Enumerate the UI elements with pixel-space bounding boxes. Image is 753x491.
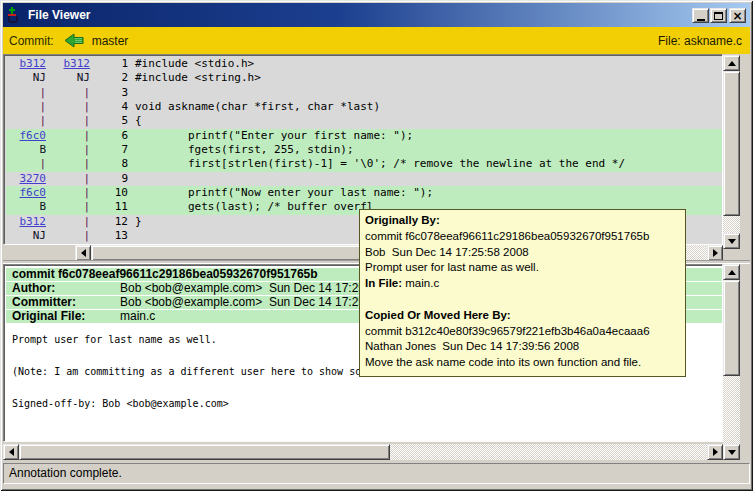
maximize-icon (714, 12, 723, 20)
blame-row[interactable]: NJNJ2#include <string.h> (6, 71, 722, 85)
tooltip-line: Move the ask name code into its own func… (365, 355, 685, 371)
code-line-text: gets(last); /* buffer overfl (135, 200, 373, 214)
graph-pipe: | (6, 157, 50, 171)
scroll-down-button[interactable] (723, 444, 740, 460)
line-number: 11 (94, 200, 128, 214)
commit-abbrev-link[interactable]: f6c0 (6, 186, 50, 200)
file-viewer-window: File Viewer × Commit: master File: askna… (0, 0, 753, 491)
blame-row[interactable]: ||8 first[strlen(first)-1] = '\0'; /* re… (6, 157, 722, 171)
author-initials: B (6, 143, 50, 157)
blame-row[interactable]: ||3 (6, 86, 722, 100)
graph-pipe: | (50, 172, 94, 186)
author-initials: B (6, 200, 50, 214)
line-number: 10 (94, 186, 128, 200)
close-icon: × (732, 11, 742, 21)
arrow-left-icon (81, 249, 86, 257)
commit-abbrev-link[interactable]: b312 (50, 57, 94, 71)
field-label: Committer: (12, 296, 120, 309)
status-bar: Annotation complete. (3, 463, 750, 484)
graph-pipe: | (50, 157, 94, 171)
line-number: 1 (94, 57, 128, 71)
field-label: Author: (12, 282, 120, 295)
scroll-right-button[interactable] (707, 245, 723, 261)
code-vertical-scrollbar[interactable] (723, 55, 740, 249)
code-line-text: void askname(char *first, char *last) (135, 100, 380, 114)
window-title: File Viewer (28, 8, 90, 22)
status-text: Annotation complete. (9, 466, 122, 480)
scroll-thumb[interactable] (723, 280, 740, 376)
blame-row[interactable]: ||4void askname(char *first, char *last) (6, 100, 722, 114)
graph-pipe: | (50, 186, 94, 200)
line-number: 8 (94, 157, 128, 171)
field-value: main.c (120, 310, 155, 323)
tooltip-line: commit f6c078eeaf96611c29186bea05932670f… (365, 229, 685, 245)
blame-header-bar: Commit: master File: askname.c (3, 27, 750, 54)
code-line-text: printf("Now enter your last name: "); (135, 186, 433, 200)
line-number: 5 (94, 114, 128, 128)
git-gui-app-icon (7, 7, 23, 23)
line-number: 2 (94, 71, 128, 85)
graph-pipe: | (6, 100, 50, 114)
code-line-text: printf("Enter your first name: "); (135, 129, 413, 143)
blame-row[interactable]: b312b3121#include <stdio.h> (6, 57, 722, 71)
scroll-left-button[interactable] (3, 444, 19, 460)
tooltip-line: Bob Sun Dec 14 17:25:58 2008 (365, 245, 685, 261)
commit-ref-label: master (92, 34, 129, 48)
code-line-text: { (135, 114, 142, 128)
code-line-text: first[strlen(first)-1] = '\0'; /* remove… (135, 157, 625, 171)
tooltip-line: Copied Or Moved Here By: (365, 308, 685, 324)
graph-pipe: | (50, 86, 94, 100)
graph-pipe: | (50, 229, 94, 243)
author-initials: NJ (50, 71, 94, 85)
message-horizontal-scrollbar[interactable] (3, 444, 723, 460)
graph-pipe: | (50, 114, 94, 128)
tooltip-line: Prompt user for last name as well. (365, 260, 685, 276)
line-number: 12 (94, 215, 128, 229)
arrow-right-icon (713, 448, 718, 456)
tooltip-line: In File: main.c (365, 276, 685, 292)
blame-row[interactable]: ||5{ (6, 114, 722, 128)
line-number: 4 (94, 100, 128, 114)
arrow-right-icon (713, 249, 718, 257)
scroll-thumb[interactable] (91, 245, 401, 261)
scroll-up-button[interactable] (723, 264, 740, 280)
arrow-down-icon (728, 239, 736, 244)
tooltip-line: Originally By: (365, 213, 685, 229)
line-number: 3 (94, 86, 128, 100)
blame-row[interactable]: f6c0|6 printf("Enter your first name: ")… (6, 129, 722, 143)
scroll-thumb[interactable] (723, 71, 740, 216)
commit-abbrev-link[interactable]: b312 (6, 57, 50, 71)
message-vertical-scrollbar[interactable] (723, 264, 740, 460)
scroll-right-button[interactable] (707, 444, 723, 460)
scroll-left-button[interactable] (75, 245, 91, 261)
arrow-left-icon (9, 448, 14, 456)
line-number: 7 (94, 143, 128, 157)
code-line-text: } (135, 215, 142, 229)
graph-pipe: | (50, 200, 94, 214)
code-line-text: #include <string.h> (135, 71, 261, 85)
commit-abbrev-link[interactable]: b312 (6, 215, 50, 229)
back-arrow-icon[interactable] (64, 33, 84, 48)
arrow-down-icon (728, 450, 736, 455)
commit-abbrev-link[interactable]: 3270 (6, 172, 50, 186)
maximize-button[interactable] (710, 8, 727, 23)
close-button[interactable]: × (729, 8, 746, 23)
scroll-down-button[interactable] (723, 233, 740, 249)
graph-pipe: | (50, 215, 94, 229)
blame-row[interactable]: B|7 fgets(first, 255, stdin); (6, 143, 722, 157)
author-initials: NJ (6, 71, 50, 85)
commit-abbrev-link[interactable]: f6c0 (6, 129, 50, 143)
line-number: 6 (94, 129, 128, 143)
minimize-button[interactable] (692, 8, 709, 23)
line-number: 13 (94, 229, 128, 243)
blame-row[interactable]: 3270|9 (6, 172, 722, 186)
blame-row[interactable]: f6c0|10 printf("Now enter your last name… (6, 186, 722, 200)
code-line-text: fgets(first, 255, stdin); (135, 143, 354, 157)
line-number: 9 (94, 172, 128, 186)
file-name-label: File: askname.c (658, 34, 742, 48)
scroll-up-button[interactable] (723, 55, 740, 71)
field-label: Original File: (12, 310, 120, 323)
title-bar[interactable]: File Viewer × (3, 3, 750, 27)
graph-pipe: | (50, 143, 94, 157)
scroll-thumb[interactable] (19, 444, 390, 460)
